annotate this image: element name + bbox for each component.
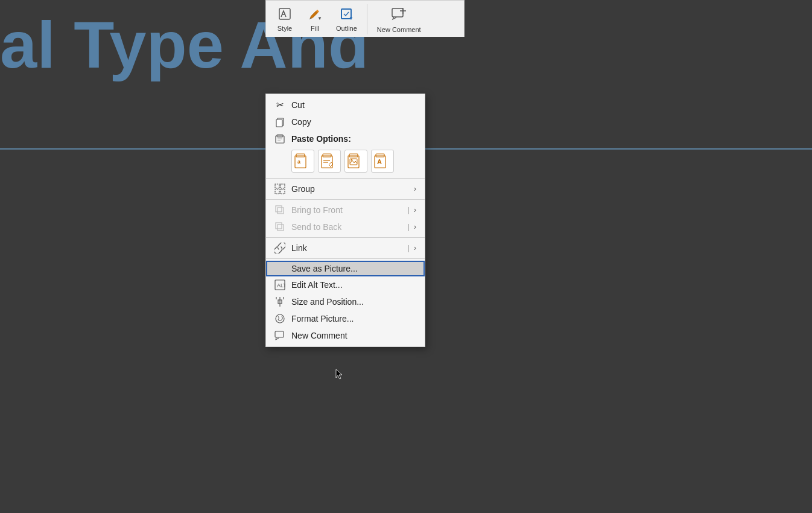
separator-4 xyxy=(266,258,425,259)
menu-item-group[interactable]: Group › xyxy=(266,180,425,197)
paste-option-picture[interactable] xyxy=(344,150,367,173)
paste-options-row: a A xyxy=(266,147,425,176)
style-icon xyxy=(278,7,292,24)
ribbon-fill-button[interactable]: ▼ Fill xyxy=(302,5,328,33)
svg-text:ALT: ALT xyxy=(277,282,285,288)
separator-1 xyxy=(266,178,425,179)
link-icon xyxy=(272,243,288,253)
svg-rect-30 xyxy=(275,190,279,194)
menu-item-edit-alt-text[interactable]: ALT Edit Alt Text... xyxy=(266,276,425,293)
svg-rect-34 xyxy=(276,223,282,229)
new-comment-menu-label: New Comment xyxy=(291,331,416,340)
menu-item-paste-header: Paste Options: xyxy=(266,130,425,147)
copy-icon xyxy=(272,116,288,127)
svg-rect-32 xyxy=(278,208,284,214)
svg-rect-35 xyxy=(278,225,284,231)
svg-rect-9 xyxy=(276,119,282,127)
style-label: Style xyxy=(278,25,292,32)
send-to-back-arrow: › xyxy=(409,223,416,231)
svg-text:▼: ▼ xyxy=(349,16,354,21)
menu-item-size-and-position[interactable]: Size and Position... xyxy=(266,293,425,310)
fill-icon: ▼ xyxy=(308,7,322,24)
svg-rect-43 xyxy=(275,331,284,337)
new-comment-icon xyxy=(390,5,407,25)
menu-item-bring-to-front[interactable]: Bring to Front | › xyxy=(266,202,425,218)
menu-item-link[interactable]: Link | › xyxy=(266,240,425,256)
new-comment-menu-icon xyxy=(272,330,288,341)
menu-item-format-picture[interactable]: Format Picture... xyxy=(266,310,425,327)
edit-alt-text-icon: ALT xyxy=(272,279,288,290)
link-label: Link xyxy=(291,243,405,253)
size-position-label: Size and Position... xyxy=(291,297,416,307)
send-to-back-icon xyxy=(272,221,288,232)
fill-label: Fill xyxy=(311,25,319,32)
bring-to-front-label: Bring to Front xyxy=(291,205,405,215)
outline-label: Outline xyxy=(336,25,357,32)
svg-rect-5 xyxy=(392,8,403,17)
menu-item-send-to-back[interactable]: Send to Back | › xyxy=(266,218,425,235)
paste-option-keep-formatting[interactable] xyxy=(318,150,341,173)
group-arrow: › xyxy=(409,185,416,193)
menu-item-new-comment[interactable]: New Comment xyxy=(266,327,425,344)
ribbon-new-comment-button[interactable]: New Comment xyxy=(373,4,425,34)
group-icon xyxy=(272,183,288,194)
edit-alt-text-label: Edit Alt Text... xyxy=(291,280,416,290)
svg-text:▼: ▼ xyxy=(317,16,322,21)
svg-point-42 xyxy=(276,314,284,323)
paste-header-icon xyxy=(272,133,288,144)
save-as-picture-label: Save as Picture... xyxy=(291,264,416,273)
link-arrow: › xyxy=(409,244,416,252)
outline-icon: ▼ xyxy=(339,7,354,24)
cut-icon: ✂ xyxy=(272,100,288,110)
context-menu: ✂ Cut Copy Paste Options: xyxy=(265,94,425,347)
copy-label: Copy xyxy=(291,117,416,127)
bring-to-front-icon xyxy=(272,205,288,215)
ribbon-toolbar: Style ▼ Fill ▼ Outline xyxy=(265,0,465,37)
menu-item-copy[interactable]: Copy xyxy=(266,113,425,130)
bring-to-front-arrow: › xyxy=(409,206,416,214)
mouse-cursor xyxy=(335,368,342,379)
cut-label: Cut xyxy=(291,100,416,110)
group-label: Group xyxy=(291,184,409,194)
ribbon-style-button[interactable]: Style xyxy=(272,5,297,33)
format-picture-icon xyxy=(272,313,288,324)
svg-rect-28 xyxy=(275,184,279,188)
size-position-icon xyxy=(272,296,288,307)
svg-point-24 xyxy=(351,159,352,161)
svg-rect-31 xyxy=(281,190,285,194)
svg-text:A: A xyxy=(377,158,382,165)
format-picture-label: Format Picture... xyxy=(291,314,416,323)
svg-rect-29 xyxy=(281,184,285,188)
paste-header-label: Paste Options: xyxy=(291,134,416,144)
menu-item-cut[interactable]: ✂ Cut xyxy=(266,97,425,113)
separator-2 xyxy=(266,199,425,200)
svg-rect-33 xyxy=(276,206,282,212)
ribbon-outline-button[interactable]: ▼ Outline xyxy=(332,5,361,33)
paste-option-text[interactable]: a xyxy=(291,150,314,173)
ribbon-divider xyxy=(367,4,367,34)
paste-option-text-only[interactable]: A xyxy=(371,150,394,173)
new-comment-label: New Comment xyxy=(377,26,421,33)
send-to-back-label: Send to Back xyxy=(291,222,405,232)
menu-item-save-as-picture[interactable]: Save as Picture... xyxy=(266,261,425,276)
separator-3 xyxy=(266,237,425,238)
svg-text:a: a xyxy=(297,159,301,165)
